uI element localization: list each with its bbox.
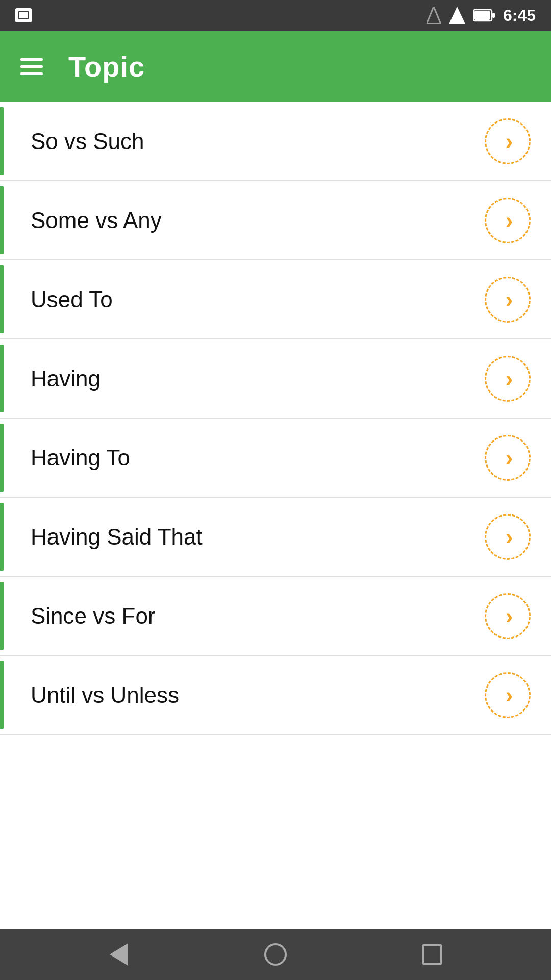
nav-bar <box>0 929 551 980</box>
chevron-right-icon: › <box>506 209 513 232</box>
status-time: 6:45 <box>503 6 536 25</box>
svg-rect-4 <box>492 13 495 18</box>
chevron-right-icon: › <box>506 605 513 627</box>
item-label: Some vs Any <box>15 208 162 233</box>
signal-empty-icon <box>427 7 441 24</box>
home-button[interactable] <box>258 937 293 972</box>
list-item[interactable]: Having To› <box>0 419 551 498</box>
svg-marker-1 <box>449 7 465 24</box>
list-item[interactable]: Having› <box>0 339 551 419</box>
app-bar-title: Topic <box>68 50 145 83</box>
arrow-button[interactable]: › <box>485 277 531 323</box>
app-bar: Topic <box>0 31 551 102</box>
status-bar: 6:45 <box>0 0 551 31</box>
arrow-button[interactable]: › <box>485 356 531 402</box>
arrow-button[interactable]: › <box>485 435 531 481</box>
home-icon <box>264 943 287 966</box>
arrow-button[interactable]: › <box>485 118 531 164</box>
list-item[interactable]: Having Said That› <box>0 498 551 577</box>
chevron-right-icon: › <box>506 288 513 311</box>
arrow-button[interactable]: › <box>485 593 531 639</box>
chevron-right-icon: › <box>506 684 513 706</box>
photo-icon <box>15 8 32 22</box>
arrow-button[interactable]: › <box>485 672 531 718</box>
chevron-right-icon: › <box>506 368 513 390</box>
recents-button[interactable] <box>414 937 450 972</box>
chevron-right-icon: › <box>506 447 513 469</box>
arrow-button[interactable]: › <box>485 198 531 243</box>
item-label: Used To <box>15 287 113 312</box>
list-item[interactable]: Some vs Any› <box>0 181 551 260</box>
signal-full-icon <box>449 7 465 24</box>
list-item[interactable]: Used To› <box>0 260 551 339</box>
chevron-right-icon: › <box>506 130 513 153</box>
topic-list: So vs Such›Some vs Any›Used To›Having›Ha… <box>0 102 551 929</box>
list-item[interactable]: So vs Such› <box>0 102 551 181</box>
recents-icon <box>422 944 442 965</box>
chevron-right-icon: › <box>506 526 513 548</box>
svg-rect-3 <box>474 11 490 20</box>
status-bar-left <box>15 8 36 22</box>
back-icon <box>110 943 128 966</box>
item-label: Having To <box>15 445 130 471</box>
item-label: Having Said That <box>15 524 203 550</box>
item-label: Having <box>15 366 101 391</box>
item-label: Since vs For <box>15 603 156 629</box>
list-item[interactable]: Since vs For› <box>0 577 551 656</box>
svg-marker-0 <box>427 7 441 24</box>
item-label: So vs Such <box>15 129 144 154</box>
item-label: Until vs Unless <box>15 682 179 708</box>
back-button[interactable] <box>101 937 137 972</box>
list-item[interactable]: Until vs Unless› <box>0 656 551 735</box>
menu-icon[interactable] <box>20 58 43 75</box>
arrow-button[interactable]: › <box>485 514 531 560</box>
battery-icon <box>473 8 495 23</box>
